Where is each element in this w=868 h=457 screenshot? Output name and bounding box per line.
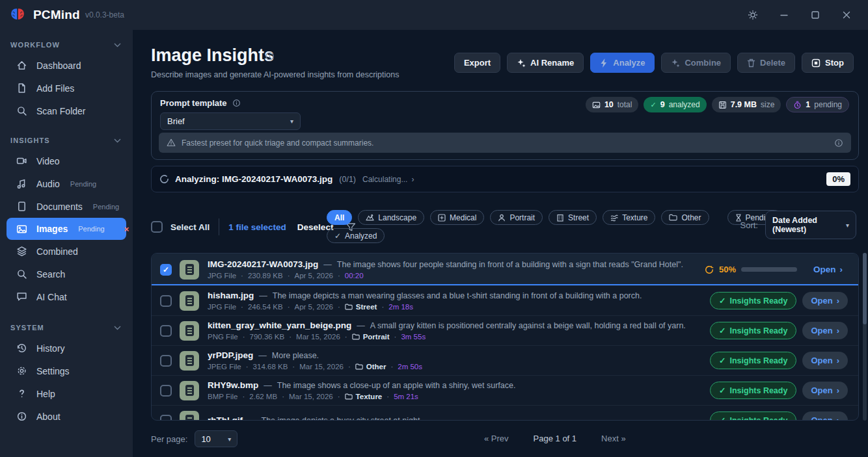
file-date: Apr 5, 2026	[295, 303, 333, 311]
sidebar-item-video[interactable]: Video	[0, 150, 133, 172]
prev-page-button[interactable]: « Prev	[484, 434, 509, 443]
theme-toggle-icon[interactable]	[747, 9, 759, 21]
per-page-select[interactable]: 10 ▾	[195, 430, 237, 447]
sidebar-item-dashboard[interactable]: Dashboard	[0, 54, 133, 77]
total-label: total	[617, 100, 632, 109]
pending-badge: Pending	[70, 180, 96, 188]
sidebar-item-settings[interactable]: Settings	[0, 359, 133, 382]
open-button[interactable]: Open›	[802, 292, 848, 309]
medical-cross-icon	[438, 214, 446, 222]
sidebar-item-audio[interactable]: Audio Pending	[0, 172, 133, 195]
file-icon	[180, 291, 199, 311]
maximize-button[interactable]	[809, 9, 821, 21]
gear-icon	[16, 365, 27, 376]
file-name: kitten_gray_white_yarn_beige.png	[208, 320, 351, 330]
file-name: RHY9w.bmp	[208, 380, 258, 390]
category-tag: Street	[345, 303, 377, 311]
stop-button[interactable]: Stop	[802, 53, 854, 73]
scrollbar-thumb[interactable]	[863, 253, 867, 324]
check-icon: ✓	[719, 356, 726, 365]
prompt-template-select[interactable]: Brief ▾	[160, 112, 301, 130]
open-button[interactable]: Open›	[802, 411, 848, 421]
ai-rename-button[interactable]: AI Rename	[507, 53, 584, 73]
row-checkbox[interactable]: ✓	[160, 264, 172, 276]
sidebar-section-insights[interactable]: INSIGHTS	[0, 122, 133, 150]
row-checkbox[interactable]	[160, 355, 172, 367]
info-icon[interactable]	[265, 51, 275, 61]
chevron-right-icon: ›	[837, 326, 839, 335]
info-icon[interactable]	[232, 99, 241, 107]
sidebar-item-scan-folder[interactable]: Scan Folder	[0, 99, 133, 122]
analyze-button[interactable]: Analyze	[590, 53, 655, 73]
sidebar-item-images[interactable]: Images Pending ×	[7, 218, 126, 240]
file-type: JPG File	[208, 272, 236, 280]
open-button[interactable]: Open›	[802, 352, 848, 369]
chip-all[interactable]: All	[327, 210, 352, 225]
row-checkbox[interactable]	[160, 415, 172, 421]
analyzing-eta: Calculating...	[362, 175, 407, 184]
mountain-icon	[366, 214, 374, 221]
document-icon	[16, 201, 27, 212]
building-icon	[556, 214, 564, 222]
sidebar-item-add-files[interactable]: Add Files	[0, 77, 133, 99]
minimize-button[interactable]	[778, 9, 790, 21]
sidebar-item-search[interactable]: Search	[0, 263, 133, 285]
dash: —	[259, 291, 267, 300]
sidebar-item-label: Video	[36, 156, 60, 166]
list-footer: Per page: 10 ▾ « Prev Page 1 of 1 Next »	[151, 428, 859, 450]
chip-other[interactable]: Other	[661, 210, 709, 225]
next-page-button[interactable]: Next »	[601, 434, 626, 443]
sort-label: Sort:	[740, 220, 758, 230]
music-icon	[16, 178, 27, 189]
sidebar-item-label: Settings	[36, 366, 70, 376]
sidebar: WORKFLOW Dashboard Add Files Scan Folder…	[0, 30, 133, 457]
ready-label: Insights Ready	[730, 386, 788, 395]
sidebar-section-workflow[interactable]: WORKFLOW	[0, 30, 133, 54]
sidebar-item-documents[interactable]: Documents Pending	[0, 195, 133, 218]
sidebar-item-help[interactable]: Help	[0, 382, 133, 405]
total-value: 10	[604, 100, 614, 109]
chip-medical[interactable]: Medical	[430, 210, 484, 225]
select-all-checkbox[interactable]	[151, 221, 163, 233]
chevron-right-icon[interactable]: ›	[411, 175, 414, 184]
chip-analyzed[interactable]: ✓ Analyzed	[327, 228, 385, 243]
sidebar-item-ai-chat[interactable]: AI Chat	[0, 285, 133, 308]
chip-landscape[interactable]: Landscape	[358, 210, 424, 225]
open-button[interactable]: Open ›	[813, 265, 848, 274]
info-icon[interactable]	[834, 138, 843, 148]
main-content: Image Insights Describe images and gener…	[133, 30, 868, 457]
category-label: Other	[366, 363, 387, 371]
cancel-icon[interactable]: ×	[124, 224, 129, 234]
chip-texture[interactable]: Texture	[603, 210, 655, 225]
export-button[interactable]: Export	[454, 53, 500, 73]
chip-portrait[interactable]: Portrait	[490, 210, 543, 225]
sidebar-item-combined[interactable]: Combined	[0, 240, 133, 263]
row-checkbox[interactable]	[160, 295, 172, 307]
pending-label: pending	[814, 100, 842, 109]
open-button[interactable]: Open›	[802, 322, 848, 339]
preset-hint-strip: Fastest preset for quick triage and comp…	[159, 133, 851, 153]
row-checkbox[interactable]	[160, 325, 172, 337]
delete-button[interactable]: Delete	[737, 53, 795, 73]
check-icon: ✓	[719, 415, 726, 421]
combine-button[interactable]: Combine	[661, 53, 731, 73]
sort-select[interactable]: Date Added (Newest) ▾	[765, 211, 856, 239]
image-icon	[16, 224, 27, 235]
sparkles-icon	[517, 59, 526, 68]
check-icon: ✓	[650, 101, 656, 109]
file-icon	[180, 321, 199, 341]
sidebar-item-history[interactable]: History	[0, 337, 133, 359]
file-size: 790.36 KB	[250, 333, 285, 341]
ready-label: Insights Ready	[730, 416, 788, 421]
close-button[interactable]	[841, 9, 852, 21]
page-subtitle: Describe images and generate AI-powered …	[151, 70, 399, 79]
open-button[interactable]: Open›	[802, 382, 848, 399]
row-checkbox[interactable]	[160, 385, 172, 397]
sidebar-section-system[interactable]: SYSTEM	[0, 308, 133, 337]
history-icon	[16, 343, 27, 354]
chip-label: All	[334, 213, 344, 222]
scrollbar[interactable]	[863, 253, 867, 421]
chip-street[interactable]: Street	[549, 210, 597, 225]
file-icon	[180, 411, 199, 421]
sidebar-item-about[interactable]: About	[0, 405, 133, 428]
